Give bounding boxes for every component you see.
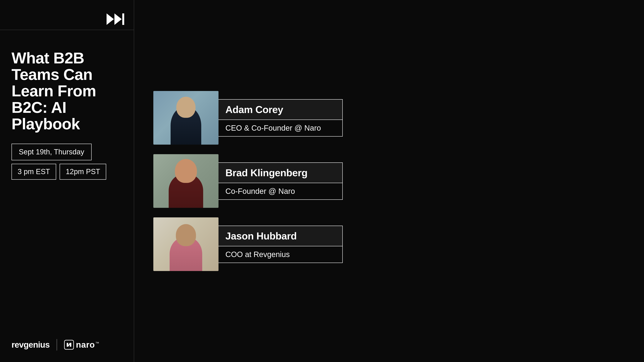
logo-divider xyxy=(56,339,57,351)
naro-icon-svg xyxy=(64,340,74,350)
naro-logo: naro™ xyxy=(64,340,99,350)
time-pst-badge: 12pm PST xyxy=(60,164,106,180)
webinar-title: What B2B Teams Can Learn From B2C: AI Pl… xyxy=(12,50,124,132)
divider-line xyxy=(0,30,134,30)
time-row: 3 pm EST 12pm PST xyxy=(12,164,124,180)
date-time-section: Sept 19th, Thursday 3 pm EST 12pm PST xyxy=(12,144,124,180)
speaker-name-box-jason-hubbard: Jason Hubbard xyxy=(218,226,343,246)
left-footer: revgenius naro™ xyxy=(12,339,124,351)
time-est-text: 3 pm EST xyxy=(18,168,50,176)
revgenius-logo: revgenius xyxy=(12,340,50,350)
speaker-role-adam-corey: CEO & Co-Founder @ Naro xyxy=(226,124,321,132)
time-pst-text: 12pm PST xyxy=(66,168,100,176)
naro-trademark: ™ xyxy=(95,341,99,345)
right-panel: Adam Corey CEO & Co-Founder @ Naro Brad … xyxy=(134,0,644,362)
speaker-name-box-adam-corey: Adam Corey xyxy=(218,99,343,120)
speaker-card-brad-klingenberg: Brad Klingenberg Co-Founder @ Naro xyxy=(153,154,613,208)
naro-text: naro™ xyxy=(76,340,99,350)
date-text: Sept 19th, Thursday xyxy=(19,148,84,156)
revgenius-text: revgenius xyxy=(12,340,50,349)
speaker-photo-jason-hubbard xyxy=(153,217,218,271)
speaker-role-box-brad-klingenberg: Co-Founder @ Naro xyxy=(218,183,343,200)
left-panel: What B2B Teams Can Learn From B2C: AI Pl… xyxy=(0,0,134,362)
speaker-info-adam-corey: Adam Corey CEO & Co-Founder @ Naro xyxy=(218,99,343,137)
speaker-name-adam-corey: Adam Corey xyxy=(226,104,283,115)
date-badge: Sept 19th, Thursday xyxy=(12,144,92,160)
fast-forward-icon xyxy=(106,13,124,25)
speaker-photo-adam-corey xyxy=(153,91,218,145)
speaker-card-jason-hubbard: Jason Hubbard COO at Revgenius xyxy=(153,217,613,271)
left-content: What B2B Teams Can Learn From B2C: AI Pl… xyxy=(12,50,124,180)
time-est-badge: 3 pm EST xyxy=(12,164,56,180)
speaker-info-jason-hubbard: Jason Hubbard COO at Revgenius xyxy=(218,226,343,263)
speaker-role-box-adam-corey: CEO & Co-Founder @ Naro xyxy=(218,120,343,137)
speaker-name-box-brad-klingenberg: Brad Klingenberg xyxy=(218,162,343,183)
speaker-role-box-jason-hubbard: COO at Revgenius xyxy=(218,246,343,263)
speaker-name-brad-klingenberg: Brad Klingenberg xyxy=(226,167,308,178)
speaker-photo-brad-klingenberg xyxy=(153,154,218,208)
speaker-card-adam-corey: Adam Corey CEO & Co-Founder @ Naro xyxy=(153,91,613,145)
speaker-name-jason-hubbard: Jason Hubbard xyxy=(226,230,297,242)
speaker-role-brad-klingenberg: Co-Founder @ Naro xyxy=(226,187,295,195)
speaker-role-jason-hubbard: COO at Revgenius xyxy=(226,250,290,259)
speaker-info-brad-klingenberg: Brad Klingenberg Co-Founder @ Naro xyxy=(218,162,343,200)
